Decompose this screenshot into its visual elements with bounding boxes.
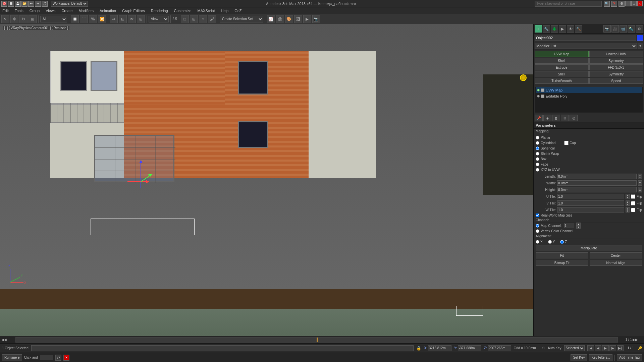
viewport[interactable]: [+] [ VRayPhysicalCamera001 ] [ Realisti… <box>0 24 533 336</box>
modify-tab[interactable]: 🔧 <box>543 25 550 33</box>
radio-shrink-wrap[interactable] <box>536 152 539 156</box>
v-tile-input[interactable] <box>557 200 624 206</box>
radio-cylindrical[interactable] <box>536 141 539 145</box>
u-tile-spinner[interactable]: ▲▼ <box>626 194 630 199</box>
stack-active[interactable]: ◎ <box>570 115 578 121</box>
runtime-button[interactable]: Runtime e <box>2 354 22 361</box>
next-frame-button[interactable]: ▶ <box>609 345 616 351</box>
object-name-input[interactable] <box>535 35 636 41</box>
radio-box[interactable] <box>536 157 539 161</box>
radio-vertex-color[interactable] <box>536 229 539 233</box>
schematic[interactable]: 🕸 <box>276 15 284 23</box>
motion-tab[interactable]: ▶ <box>559 25 566 33</box>
soft-selection[interactable]: ○ <box>199 15 207 23</box>
time-config-icon[interactable]: ⏱ <box>542 346 545 350</box>
add-time-tag-button[interactable]: Add Time Tag <box>617 354 642 361</box>
snap-toggle[interactable]: 🔲 <box>71 15 79 23</box>
rotate-tool[interactable]: ↻ <box>19 15 28 23</box>
menu-edit[interactable]: Edit <box>1 9 10 13</box>
tag-icon[interactable]: 🏷 <box>55 355 61 361</box>
print-icon[interactable]: 🖨 <box>42 1 48 7</box>
create-select[interactable]: Create Selection Set <box>220 16 263 22</box>
length-input[interactable] <box>557 174 637 179</box>
camera-icon-4[interactable]: 🔦 <box>628 25 635 33</box>
mod-extrude[interactable]: Extrude <box>535 64 589 70</box>
lock-icon[interactable]: 🔒 <box>416 346 421 351</box>
radio-map-channel[interactable] <box>536 224 539 228</box>
material-editor[interactable]: 🎨 <box>285 15 293 23</box>
mod-shell-1[interactable]: Shell <box>535 58 589 64</box>
modifier-list-arrow[interactable]: ▼ <box>638 43 643 49</box>
menu-maxscript[interactable]: MAXScript <box>197 9 216 13</box>
mod-symmetry-2[interactable]: Symmetry <box>589 71 643 77</box>
stack-editable-poly[interactable]: Editable Poly <box>536 93 642 99</box>
redo-icon[interactable]: ↪ <box>35 1 41 7</box>
stack-collapse[interactable]: ⊟ <box>561 115 569 121</box>
radio-spherical[interactable] <box>536 146 539 150</box>
mirror-tool[interactable]: ⇔ <box>110 15 118 23</box>
mod-turbosmooth[interactable]: TurboSmooth <box>535 78 589 84</box>
align-tool[interactable]: ⊟ <box>119 15 127 23</box>
menu-views[interactable]: Views <box>45 9 56 13</box>
set-key-button[interactable]: Set Key <box>571 354 587 361</box>
x-value[interactable] <box>428 345 451 351</box>
key-mode-icon[interactable]: 🔑 <box>638 346 642 350</box>
bitmap-fit-button[interactable]: Bitmap Fit <box>536 260 588 266</box>
radio-align-z[interactable] <box>560 240 564 244</box>
normal-align-button[interactable]: Normal Align <box>590 260 642 266</box>
view-select[interactable]: View <box>149 16 169 22</box>
workspace-select[interactable]: Workspace: Default <box>51 1 88 7</box>
filter-select[interactable]: All <box>40 16 67 22</box>
scale-tool[interactable]: ⊞ <box>29 15 37 23</box>
open-icon[interactable]: 📂 <box>21 1 28 7</box>
length-spinner[interactable]: ▲▼ <box>638 174 642 179</box>
w-tile-spinner[interactable]: ▲▼ <box>626 207 630 213</box>
paint-selection[interactable]: 🖌 <box>208 15 216 23</box>
create-tab[interactable]: + <box>535 25 542 33</box>
mini-input-field[interactable] <box>40 355 53 360</box>
menu-goz[interactable]: GoZ <box>233 9 243 13</box>
mod-unwrap-uvw[interactable]: Unwrap UVW <box>589 51 643 57</box>
play-button[interactable]: ▶ <box>602 345 609 351</box>
stack-remove[interactable]: 🗑 <box>552 115 560 121</box>
object-color-swatch[interactable] <box>637 35 643 41</box>
menu-customize[interactable]: Customize <box>173 9 193 13</box>
new-icon[interactable]: 🔲 <box>8 1 14 7</box>
move-tool[interactable]: ✥ <box>10 15 18 23</box>
save-icon[interactable]: 💾 <box>15 1 21 7</box>
quick-render[interactable]: ▶ <box>303 15 311 23</box>
display-tab[interactable]: 👁 <box>567 25 574 33</box>
menu-tools[interactable]: Tools <box>14 9 24 13</box>
modifier-list-select[interactable]: Modifier List <box>535 43 637 49</box>
timeline-handle[interactable] <box>317 338 318 342</box>
radio-xyz[interactable] <box>536 168 539 172</box>
timeline-slider[interactable] <box>15 337 618 343</box>
width-spinner[interactable]: ▲▼ <box>638 180 642 186</box>
mod-uwv-map[interactable]: UVW Map <box>535 51 589 57</box>
maximize-button[interactable]: □ <box>631 1 637 6</box>
radio-planar[interactable] <box>536 136 539 139</box>
v-tile-spinner[interactable]: ▲▼ <box>626 200 630 206</box>
menu-modifiers[interactable]: Modifiers <box>77 9 95 13</box>
array-tool[interactable]: ⊞ <box>137 15 145 23</box>
y-value[interactable] <box>458 345 481 351</box>
key-filters-button[interactable]: Key Filters... <box>589 354 612 361</box>
menu-animation[interactable]: Animation <box>99 9 117 13</box>
prev-frame-button[interactable]: ◀ <box>595 345 601 351</box>
menu-create[interactable]: Create <box>60 9 73 13</box>
fit-button[interactable]: Fit <box>536 252 588 258</box>
center-button[interactable]: Center <box>590 252 642 258</box>
camera-icon-3[interactable]: 📹 <box>620 25 627 33</box>
close-button[interactable]: ✕ <box>637 1 643 6</box>
manipulate-button[interactable]: Manipulate <box>536 245 642 251</box>
menu-rendering[interactable]: Rendering <box>150 9 169 13</box>
mod-symmetry-1[interactable]: Symmetry <box>589 58 643 64</box>
camera-icon-2[interactable]: 🎥 <box>611 25 619 33</box>
map-channel-value[interactable] <box>564 223 574 228</box>
go-start-button[interactable]: |◀ <box>587 345 594 351</box>
radio-align-y[interactable] <box>548 240 552 244</box>
search-icon[interactable]: 🔍 <box>604 1 610 7</box>
angle-snap[interactable]: ⌒ <box>80 15 88 23</box>
camera-icon-5[interactable]: ⚙ <box>636 25 643 33</box>
u-tile-input[interactable] <box>557 194 624 199</box>
